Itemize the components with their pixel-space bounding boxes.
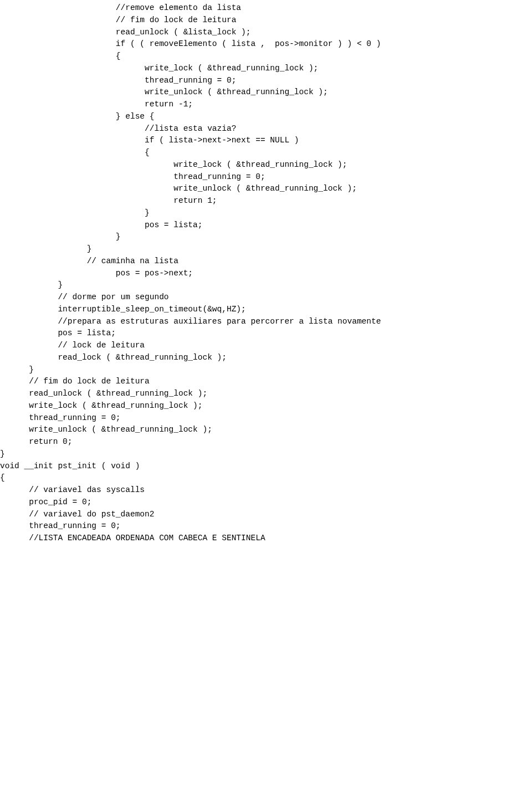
code-line: if ( ( removeElemento ( lista , pos->mon… xyxy=(0,38,532,50)
code-line: //lista esta vazia? xyxy=(0,123,532,135)
code-line: } xyxy=(0,207,532,219)
code-line: write_lock ( &thread_running_lock ); xyxy=(0,159,532,171)
code-line: // dorme por um segundo xyxy=(0,291,532,304)
code-line: { xyxy=(0,472,532,484)
code-line: read_lock ( &thread_running_lock ); xyxy=(0,352,532,364)
code-line: interruptible_sleep_on_timeout(&wq,HZ); xyxy=(0,304,532,316)
code-line: pos = lista; xyxy=(0,327,532,340)
code-line: return 1; xyxy=(0,195,532,207)
code-line: thread_running = 0; xyxy=(0,520,532,532)
code-line: thread_running = 0; xyxy=(0,75,532,87)
code-line: //prepara as estruturas auxiliares para … xyxy=(0,316,532,328)
code-line: // variavel das syscalls xyxy=(0,484,532,496)
code-line: thread_running = 0; xyxy=(0,171,532,183)
code-line: } xyxy=(0,231,532,243)
code-line: write_unlock ( &thread_running_lock ); xyxy=(0,86,532,99)
code-line: // variavel do pst_daemon2 xyxy=(0,509,532,521)
code-line: return -1; xyxy=(0,99,532,111)
code-line: // fim do lock de leitura xyxy=(0,14,532,27)
code-line: } else { xyxy=(0,111,532,123)
code-line: void __init pst_init ( void ) xyxy=(0,460,532,473)
code-line: } xyxy=(0,364,532,376)
code-line: //LISTA ENCADEADA ORDENADA COM CABECA E … xyxy=(0,532,532,545)
code-line: write_lock ( &thread_running_lock ); xyxy=(0,400,532,412)
code-line: // caminha na lista xyxy=(0,255,532,268)
code-line: //remove elemento da lista xyxy=(0,2,532,14)
code-line: read_unlock ( &lista_lock ); xyxy=(0,27,532,39)
code-line: } xyxy=(0,448,532,460)
code-line: // fim do lock de leitura xyxy=(0,376,532,388)
code-line: write_unlock ( &thread_running_lock ); xyxy=(0,183,532,195)
code-line: read_unlock ( &thread_running_lock ); xyxy=(0,388,532,400)
code-line: proc_pid = 0; xyxy=(0,496,532,509)
code-line: return 0; xyxy=(0,436,532,448)
code-line: { xyxy=(0,147,532,159)
code-line: } xyxy=(0,279,532,291)
code-line: write_lock ( &thread_running_lock ); xyxy=(0,63,532,75)
code-line: pos = lista; xyxy=(0,219,532,232)
code-line: { xyxy=(0,50,532,63)
code-line: thread_running = 0; xyxy=(0,412,532,424)
code-line: pos = pos->next; xyxy=(0,268,532,280)
code-line: if ( lista->next->next == NULL ) xyxy=(0,135,532,147)
code-line: // lock de leitura xyxy=(0,340,532,352)
code-line: write_unlock ( &thread_running_lock ); xyxy=(0,424,532,436)
code-block: //remove elemento da lista // fim do loc… xyxy=(0,2,532,545)
code-line: } xyxy=(0,243,532,255)
